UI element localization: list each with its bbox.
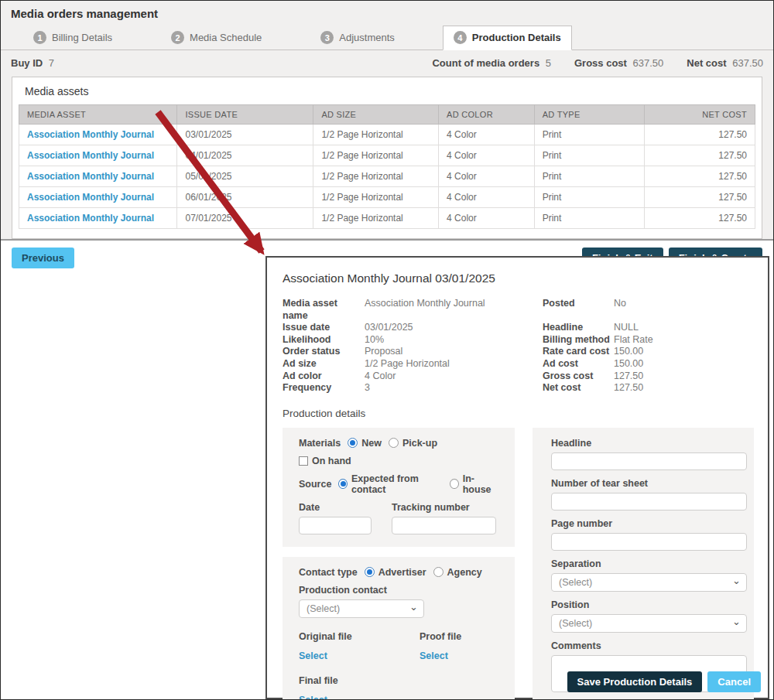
placement-box: Headline Number of tear sheet Page numbe… [533,428,754,700]
gross-cost: Gross cost 637.50 [574,57,663,69]
cancel-button[interactable]: Cancel [707,671,761,692]
media-asset-link[interactable]: Association Monthly Journal [27,150,154,161]
contact-agency-radio[interactable]: Agency [433,567,482,578]
ad-type-cell: Print [534,187,645,208]
tab-production-details[interactable]: 4 Production Details [443,26,572,50]
on-hand-checkbox[interactable]: On hand [299,456,351,466]
ad-size-cell: 1/2 Page Horizontal [313,187,439,208]
production-contact-label: Production contact [299,585,424,596]
position-select[interactable]: (Select) ⌄ [551,614,747,633]
wizard-tabbar: 1 Billing Details 2 Media Schedule 3 Adj… [1,26,773,50]
screenshot-frame: Media orders management 1 Billing Detail… [0,0,774,700]
final-file-label: Final file [299,675,338,686]
date-input[interactable] [299,517,372,534]
order-summary-bar: Buy ID 7 Count of media orders 5 Gross c… [1,50,773,75]
separation-select[interactable]: (Select) ⌄ [551,573,747,592]
ad-size-cell: 1/2 Page Horizontal [313,166,439,187]
ad-color-cell: 4 Color [439,187,535,208]
tracking-number-label: Tracking number [392,502,496,513]
chevron-down-icon: ⌄ [409,601,418,613]
radio-icon [450,479,459,489]
media-asset-link[interactable]: Association Monthly Journal [27,129,154,140]
media-assets-table: MEDIA ASSET ISSUE DATE AD SIZE AD COLOR … [19,104,755,229]
net-cost-cell: 127.50 [645,145,755,166]
col-ad-type: AD TYPE [534,105,645,125]
tab-label: Adjustments [339,32,395,43]
table-row: Association Monthly Journal 03/01/2025 1… [19,125,755,145]
headline-input[interactable] [551,452,747,470]
media-asset-link[interactable]: Association Monthly Journal [27,171,154,182]
radio-icon [433,567,444,577]
col-media-asset: MEDIA ASSET [19,105,177,125]
ad-color-cell: 4 Color [439,208,535,229]
summary-totals: Count of media orders 5 Gross cost 637.5… [432,57,763,69]
col-ad-color: AD COLOR [439,105,535,125]
chevron-down-icon: ⌄ [732,616,741,627]
tab-billing-details[interactable]: 1 Billing Details [22,26,123,50]
source-inhouse-radio[interactable]: In-house [450,473,498,495]
original-file-label: Original file [299,631,352,642]
final-file-select-link[interactable]: Select [299,695,327,700]
table-header-row: MEDIA ASSET ISSUE DATE AD SIZE AD COLOR … [19,105,755,125]
ad-type-cell: Print [534,125,645,145]
previous-button[interactable]: Previous [12,248,74,268]
step-2-badge: 2 [171,31,184,44]
step-4-badge: 4 [454,31,467,44]
col-issue-date: ISSUE DATE [177,105,313,125]
ad-color-cell: 4 Color [439,145,535,166]
proof-file-select-link[interactable]: Select [420,650,448,661]
checkbox-icon [299,456,308,466]
production-contact-select[interactable]: (Select) ⌄ [299,599,424,618]
issue-date-cell: 07/01/2025 [177,208,313,229]
step-1-badge: 1 [33,31,46,44]
tab-label: Media Schedule [190,32,262,43]
production-form: Materials New Pick-up On h [283,428,754,700]
date-label: Date [299,502,372,513]
media-orders-panel: Media orders management 1 Billing Detail… [1,1,773,241]
radio-selected-icon [338,479,348,489]
radio-selected-icon [365,567,375,577]
ad-size-cell: 1/2 Page Horizontal [313,145,439,166]
materials-pickup-radio[interactable]: Pick-up [389,438,437,449]
table-row: Association Monthly Journal 04/01/2025 1… [19,145,755,166]
count-of-media-orders: Count of media orders 5 [432,57,551,69]
tracking-number-input[interactable] [392,517,496,534]
table-row: Association Monthly Journal 06/01/2025 1… [19,187,755,208]
materials-label: Materials [299,438,341,449]
save-production-details-button[interactable]: Save Production Details [567,671,703,692]
issue-date-cell: 03/01/2025 [177,125,313,145]
ad-size-cell: 1/2 Page Horizontal [313,208,439,229]
tab-media-schedule[interactable]: 2 Media Schedule [160,26,272,50]
materials-new-radio[interactable]: New [348,438,382,449]
tab-label: Production Details [472,32,561,43]
contact-advertiser-radio[interactable]: Advertiser [365,567,426,578]
original-file-select-link[interactable]: Select [299,650,327,661]
page-number-input[interactable] [551,533,747,551]
production-details-heading: Production details [283,408,754,419]
media-asset-link[interactable]: Association Monthly Journal [27,213,154,224]
position-label: Position [551,599,747,610]
table-row: Association Monthly Journal 07/01/2025 1… [19,208,755,229]
source-expected-radio[interactable]: Expected from contact [338,473,443,495]
ad-type-cell: Print [534,208,645,229]
order-info-grid: Media asset nameAssociation Monthly Jour… [283,298,754,394]
proof-file-label: Proof file [420,631,461,642]
media-asset-link[interactable]: Association Monthly Journal [27,192,154,203]
issue-date-cell: 06/01/2025 [177,187,313,208]
buy-id: Buy ID 7 [11,57,54,69]
ad-type-cell: Print [534,166,645,187]
col-ad-size: AD SIZE [313,105,439,125]
ad-size-cell: 1/2 Page Horizontal [313,125,439,145]
headline-label: Headline [551,438,747,449]
source-label: Source [299,479,331,490]
separation-label: Separation [551,558,747,569]
radio-icon [389,438,399,448]
table-row: Association Monthly Journal 05/01/2025 1… [19,166,755,187]
tab-label: Billing Details [52,32,112,43]
tab-adjustments[interactable]: 3 Adjustments [310,26,406,50]
materials-box: Materials New Pick-up On h [283,428,515,547]
tear-sheet-input[interactable] [551,493,747,510]
contact-type-label: Contact type [299,567,358,578]
net-cost-cell: 127.50 [645,187,755,208]
net-cost-cell: 127.50 [645,125,755,145]
